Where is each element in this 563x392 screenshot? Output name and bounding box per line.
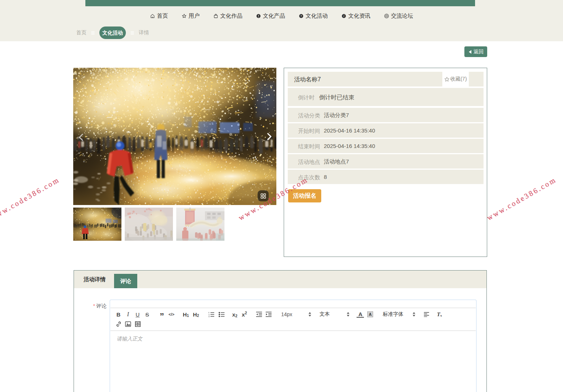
svg-text:A: A — [369, 312, 372, 317]
svg-text:?: ? — [300, 15, 302, 17]
